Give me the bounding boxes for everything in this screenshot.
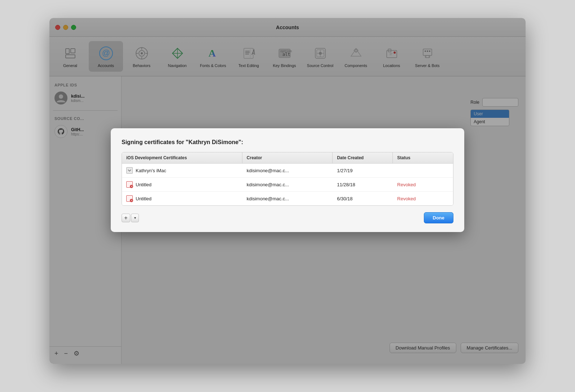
svg-rect-42: [127, 168, 132, 173]
certificate-table: iOS Development Certificates Creator Dat…: [122, 152, 453, 206]
header-status: Status: [393, 152, 453, 163]
cert-name-2: ✕ Untitled: [122, 192, 242, 205]
add-chevron-button[interactable]: ▾: [131, 214, 139, 222]
signing-certificates-modal: Signing certificates for "Kathryn DiSimo…: [111, 128, 464, 232]
table-body: Kathryn's iMac kdisimone@mac.c... 1/27/1…: [122, 164, 453, 205]
header-date: Date Created: [333, 152, 393, 163]
cert-revoked-icon-2: ✕: [126, 195, 133, 202]
cert-date-2: 6/30/18: [333, 192, 393, 205]
cert-creator-2: kdisimone@mac.c...: [242, 192, 333, 205]
main-window: Accounts General @ Accounts: [49, 18, 526, 364]
cert-revoked-icon: ✕: [126, 181, 133, 188]
cert-ok-icon: [126, 167, 133, 174]
cert-date-0: 1/27/19: [333, 164, 393, 177]
cert-status-1: Revoked: [393, 178, 453, 191]
cert-creator-0: kdisimone@mac.c...: [242, 164, 333, 177]
add-certificate-button[interactable]: +: [122, 214, 130, 222]
header-certificates: iOS Development Certificates: [122, 152, 242, 163]
table-header: iOS Development Certificates Creator Dat…: [122, 152, 453, 164]
revoked-x-badge: ✕: [130, 185, 133, 188]
table-row[interactable]: Kathryn's iMac kdisimone@mac.c... 1/27/1…: [122, 164, 453, 178]
cert-date-1: 11/28/18: [333, 178, 393, 191]
cert-name-0: Kathryn's iMac: [122, 164, 242, 177]
cert-name-1: ✕ Untitled: [122, 178, 242, 191]
add-controls: + ▾: [122, 214, 139, 222]
header-creator: Creator: [242, 152, 333, 163]
table-row[interactable]: ✕ Untitled kdisimone@mac.c... 6/30/18 Re…: [122, 192, 453, 205]
modal-overlay: Signing certificates for "Kathryn DiSimo…: [49, 18, 526, 364]
cert-creator-1: kdisimone@mac.c...: [242, 178, 333, 191]
modal-title: Signing certificates for "Kathryn DiSimo…: [122, 139, 453, 146]
cert-status-2: Revoked: [393, 192, 453, 205]
table-row[interactable]: ✕ Untitled kdisimone@mac.c... 11/28/18 R…: [122, 178, 453, 192]
modal-footer: + ▾ Done: [122, 212, 453, 223]
cert-status-0: [393, 167, 453, 174]
revoked-x-badge-2: ✕: [130, 199, 133, 202]
done-button[interactable]: Done: [424, 212, 454, 223]
